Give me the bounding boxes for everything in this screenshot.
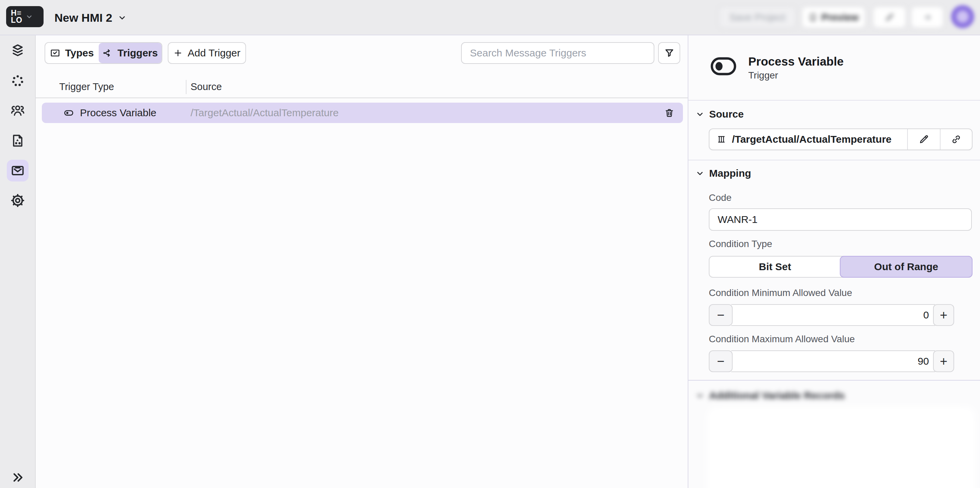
- condition-option-bit-set[interactable]: Bit Set: [710, 257, 840, 277]
- filter-button[interactable]: [658, 42, 680, 64]
- topbar: H≡ LO New HMI 2 Save Project Preview: [0, 0, 980, 35]
- save-project-button[interactable]: Save Project: [719, 6, 796, 28]
- trash-icon: [664, 108, 675, 118]
- trigger-type-value: Process Variable: [80, 107, 156, 119]
- source-section-heading: Source: [709, 108, 744, 120]
- section-divider: [688, 100, 980, 101]
- max-increment-button[interactable]: +: [933, 350, 954, 372]
- trigger-type-cell: Process Variable: [42, 107, 186, 119]
- dots-grid-icon: [10, 73, 25, 88]
- condition-min-label: Condition Minimum Allowed Value: [709, 287, 852, 298]
- sidebar-item-settings[interactable]: [7, 190, 29, 211]
- source-variable-field[interactable]: /TargetActual/ActualTemperature: [710, 129, 907, 149]
- column-divider: [186, 80, 186, 94]
- max-value-input[interactable]: [731, 350, 935, 372]
- topbar-actions-blurred: Save Project Preview: [0, 0, 980, 35]
- delete-trigger-button[interactable]: [652, 108, 683, 118]
- sidebar: [0, 35, 36, 488]
- condition-min-stepper: − +: [709, 304, 954, 326]
- mapping-section-header[interactable]: Mapping: [695, 165, 751, 181]
- save-project-label: Save Project: [729, 12, 785, 23]
- trigger-table-row[interactable]: Process Variable /TargetActual/ActualTem…: [42, 103, 683, 123]
- sidebar-item-assets[interactable]: [7, 130, 29, 152]
- section-divider: [688, 380, 980, 380]
- body-row: Types Triggers Add Trigger: [0, 35, 980, 488]
- edit-tool-button[interactable]: [873, 6, 906, 28]
- forward-tool-button[interactable]: [911, 6, 943, 28]
- layers-icon: [10, 43, 25, 59]
- toggle-pill-icon: [64, 108, 74, 118]
- add-trigger-label: Add Trigger: [188, 47, 240, 59]
- tab-triggers[interactable]: Triggers: [99, 43, 162, 63]
- source-section-header[interactable]: Source: [695, 106, 744, 122]
- min-decrement-button[interactable]: −: [709, 304, 733, 326]
- additional-records-section-header[interactable]: Additional Variable Records: [695, 387, 845, 404]
- sidebar-item-messages[interactable]: [7, 160, 29, 181]
- column-header-trigger-type: Trigger Type: [59, 79, 114, 95]
- chevron-down-icon: [695, 169, 705, 178]
- funnel-icon: [664, 48, 675, 59]
- double-chevron-right-icon: [11, 471, 24, 484]
- process-variable-icon: [711, 57, 737, 76]
- search-input[interactable]: [461, 42, 654, 64]
- pencil-icon: [918, 134, 929, 145]
- sidebar-item-layers[interactable]: [7, 40, 29, 62]
- additional-records-heading: Additional Variable Records: [709, 390, 845, 401]
- max-decrement-button[interactable]: −: [709, 350, 733, 372]
- sidebar-item-users[interactable]: [7, 100, 29, 122]
- mail-icon: [10, 163, 25, 178]
- section-divider: [688, 160, 980, 160]
- condition-max-stepper: − +: [709, 350, 954, 372]
- edit-source-button[interactable]: [907, 129, 940, 149]
- min-increment-button[interactable]: +: [933, 304, 954, 326]
- document-media-icon: [10, 133, 25, 148]
- source-variable-value: /TargetActual/ActualTemperature: [732, 133, 891, 145]
- pen-icon: [885, 13, 894, 22]
- tab-types-label: Types: [65, 47, 94, 59]
- link-source-button[interactable]: [940, 129, 972, 149]
- condition-type-label: Condition Type: [709, 239, 772, 249]
- chevron-down-icon: [695, 391, 705, 400]
- gear-icon: [10, 193, 25, 208]
- condition-option-out-of-range[interactable]: Out of Range: [840, 256, 972, 278]
- avatar[interactable]: [951, 5, 974, 28]
- code-input[interactable]: [709, 208, 972, 231]
- blurred-records-card: [710, 409, 973, 488]
- trigger-source-cell: /TargetActual/ActualTemperature: [186, 107, 652, 119]
- variable-columns-icon: [716, 134, 727, 144]
- triggers-main: Types Triggers Add Trigger: [36, 35, 688, 488]
- plus-icon: [173, 48, 183, 58]
- chevron-down-icon: [695, 110, 705, 119]
- source-input-group: /TargetActual/ActualTemperature: [709, 128, 972, 150]
- tab-triggers-label: Triggers: [118, 47, 158, 59]
- branch-split-icon: [102, 48, 113, 58]
- column-header-source: Source: [191, 79, 222, 95]
- arrow-right-icon: [923, 13, 932, 22]
- code-label: Code: [709, 192, 732, 203]
- message-tabs: Types Triggers: [45, 42, 162, 64]
- helio-hmi-editor: H≡ LO New HMI 2 Save Project Preview: [0, 0, 980, 488]
- condition-max-label: Condition Maximum Allowed Value: [709, 334, 855, 345]
- table-header-underline: [36, 98, 688, 98]
- panel-subtitle: Trigger: [748, 70, 778, 81]
- preview-button[interactable]: Preview: [802, 6, 865, 28]
- mapping-section-heading: Mapping: [709, 168, 751, 179]
- sidebar-item-widgets[interactable]: [7, 70, 29, 92]
- users-icon: [10, 103, 25, 118]
- tab-types[interactable]: Types: [45, 43, 99, 63]
- panel-title: Process Variable: [748, 55, 843, 68]
- preview-label: Preview: [821, 12, 859, 23]
- sidebar-expand-button[interactable]: [7, 467, 29, 488]
- link-icon: [951, 134, 962, 145]
- add-trigger-button[interactable]: Add Trigger: [168, 42, 246, 64]
- trigger-detail-panel: Process Variable Trigger Source /TargetA…: [688, 35, 980, 488]
- tablet-icon: [808, 13, 817, 22]
- mail-check-icon: [50, 48, 60, 58]
- condition-type-segmented-control: Bit Set Out of Range: [709, 256, 972, 278]
- min-value-input[interactable]: [731, 304, 935, 326]
